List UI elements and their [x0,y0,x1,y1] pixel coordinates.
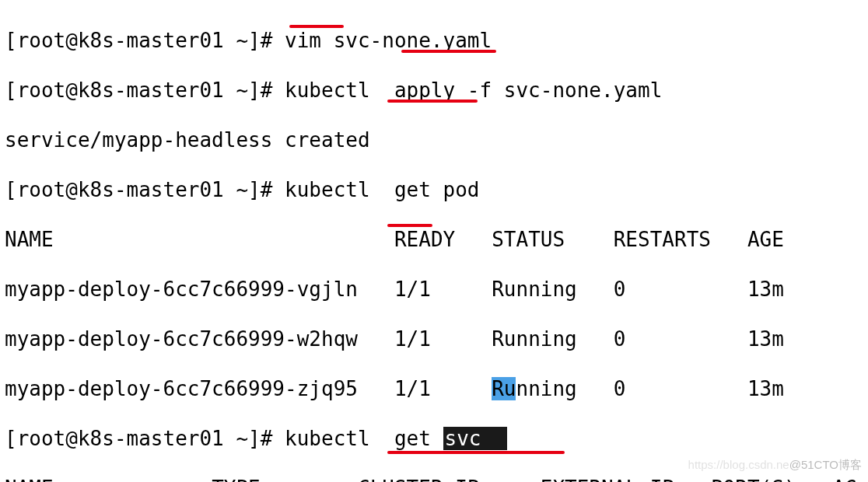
prompt: [root@k8s-master01 ~]# [5,29,285,52]
pod-header-row: NAME READY STATUS RESTARTS AGE [5,227,863,252]
terminal-output[interactable]: [root@k8s-master01 ~]# vim svc-none.yaml… [0,0,868,482]
cmd-line-getpod: [root@k8s-master01 ~]# kubectl get pod [5,177,863,202]
pod-age: 13m [747,377,784,400]
pod-status-rest: nning [516,377,576,400]
cmd-getsvc-sel: svc [443,427,507,450]
apply-output-text: service/myapp-headless created [5,128,370,152]
col-cip: CLUSTER-IP [358,477,480,482]
pod-restarts: 0 [614,327,626,351]
cmd-line-getsvc: [root@k8s-master01 ~]# kubectl get svc [5,426,863,451]
red-underline [289,25,344,28]
col-age: AG [833,477,857,482]
col-name: NAME [5,228,54,251]
pod-row: myapp-deploy-6cc7c66999-w2hqw 1/1 Runnin… [5,327,863,351]
col-ready: READY [394,228,455,251]
pod-row: myapp-deploy-6cc7c66999-zjq95 1/1 Runnin… [5,376,863,401]
pod-name: myapp-deploy-6cc7c66999-w2hqw [5,327,358,351]
col-age: AGE [747,228,784,251]
cmd-apply: kubectl apply -f svc-none.yaml [285,79,662,102]
watermark-text: @51CTO博客 [789,458,862,471]
pod-row: myapp-deploy-6cc7c66999-vgjln 1/1 Runnin… [5,277,863,302]
prompt: [root@k8s-master01 ~]# [5,178,285,201]
pod-name: myapp-deploy-6cc7c66999-vgjln [5,278,358,301]
output-apply: service/myapp-headless created [5,127,863,152]
prompt: [root@k8s-master01 ~]# [5,427,285,450]
pod-ready: 1/1 [394,327,431,351]
pod-ready: 1/1 [394,377,431,400]
col-ports: PORT(S) [711,477,796,482]
pod-restarts: 0 [614,278,626,301]
col-type: TYPE [212,477,261,482]
red-underline [387,451,565,454]
watermark-faint: https://blog.csdn.ne [688,458,789,471]
col-status: STATUS [492,228,565,251]
pod-age: 13m [747,278,784,301]
red-underline [387,100,478,103]
red-underline [401,50,496,53]
pod-status: Running [492,278,577,301]
cmd-vim: vim svc-none.yaml [285,29,492,52]
pod-ready: 1/1 [394,278,431,301]
col-restarts: RESTARTS [614,228,711,251]
col-eip: EXTERNAL-IP [541,477,674,482]
col-name: NAME [5,477,54,482]
pod-name: myapp-deploy-6cc7c66999-zjq95 [5,377,358,400]
pod-age: 13m [747,327,784,351]
red-underline [387,224,432,227]
prompt: [root@k8s-master01 ~]# [5,79,285,102]
cmd-getpod: kubectl get pod [285,178,479,201]
cmd-getsvc-pre: kubectl get [285,427,443,450]
pod-restarts: 0 [614,377,626,400]
pod-status: Running [492,327,577,351]
pod-status-highlight: Ru [492,377,516,400]
watermark: https://blog.csdn.ne@51CTO博客 [688,452,862,477]
